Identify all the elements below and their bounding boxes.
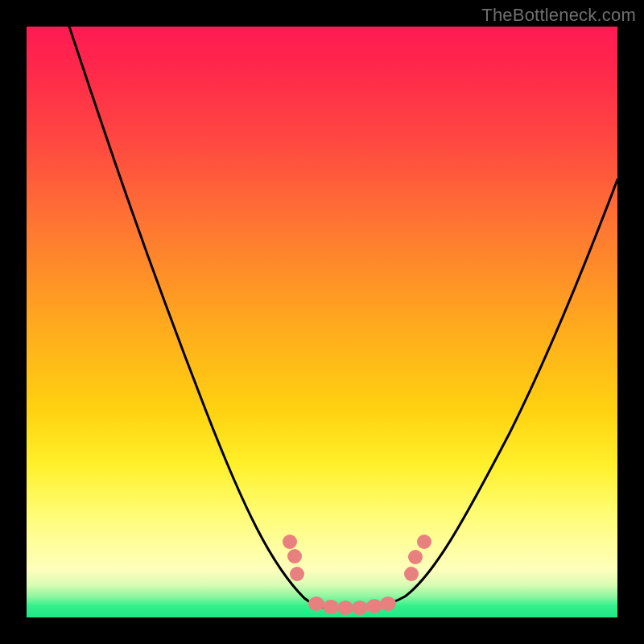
curve-marker bbox=[366, 599, 382, 613]
plot-area bbox=[27, 27, 617, 617]
chart-frame: TheBottleneck.com bbox=[0, 0, 644, 644]
curve-marker bbox=[323, 600, 339, 614]
curve-marker bbox=[417, 535, 431, 549]
marker-group bbox=[283, 535, 431, 615]
curve-marker bbox=[404, 567, 419, 581]
curve-marker bbox=[408, 550, 423, 564]
curve-marker bbox=[352, 601, 368, 615]
curve-marker bbox=[337, 601, 353, 615]
curve-marker bbox=[290, 567, 304, 581]
curve-marker bbox=[380, 597, 396, 611]
curve-marker bbox=[283, 535, 297, 549]
bottleneck-curve bbox=[69, 27, 617, 609]
curve-layer bbox=[27, 27, 617, 617]
watermark-text: TheBottleneck.com bbox=[481, 5, 636, 26]
curve-marker bbox=[308, 597, 324, 611]
curve-marker bbox=[287, 549, 302, 564]
